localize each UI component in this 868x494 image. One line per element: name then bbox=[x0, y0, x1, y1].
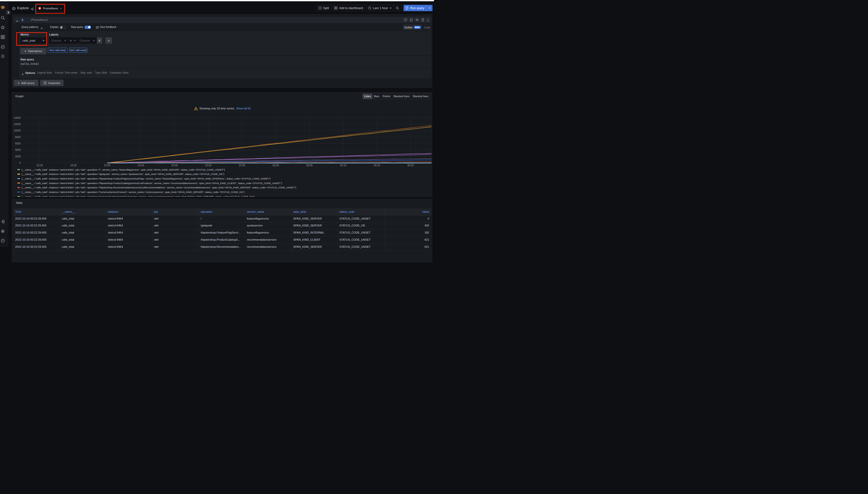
svg-text:23:25: 23:25 bbox=[37, 164, 43, 167]
svg-text:00:15: 00:15 bbox=[374, 164, 380, 167]
svg-text:23:45: 23:45 bbox=[171, 164, 178, 167]
svg-text:23:35: 23:35 bbox=[104, 164, 110, 167]
svg-text:23:30: 23:30 bbox=[70, 164, 76, 167]
svg-text:?: ? bbox=[2, 240, 3, 242]
svg-text:23:55: 23:55 bbox=[239, 164, 245, 167]
svg-text:00:10: 00:10 bbox=[340, 164, 346, 167]
svg-text:23:50: 23:50 bbox=[205, 164, 212, 167]
svg-text:0: 0 bbox=[19, 161, 21, 164]
svg-text:4000: 4000 bbox=[15, 149, 21, 151]
svg-text:?: ? bbox=[405, 19, 406, 21]
svg-text:12000: 12000 bbox=[14, 122, 21, 126]
svg-text:23:40: 23:40 bbox=[138, 164, 144, 167]
svg-text:6000: 6000 bbox=[15, 142, 21, 145]
svg-text:00:20: 00:20 bbox=[407, 164, 414, 167]
svg-text:10000: 10000 bbox=[14, 129, 21, 132]
svg-text:2000: 2000 bbox=[15, 155, 21, 158]
svg-text:8000: 8000 bbox=[15, 136, 21, 138]
svg-text:00:00: 00:00 bbox=[273, 164, 279, 167]
svg-text:14000: 14000 bbox=[14, 116, 21, 119]
svg-text:00:05: 00:05 bbox=[306, 164, 312, 167]
